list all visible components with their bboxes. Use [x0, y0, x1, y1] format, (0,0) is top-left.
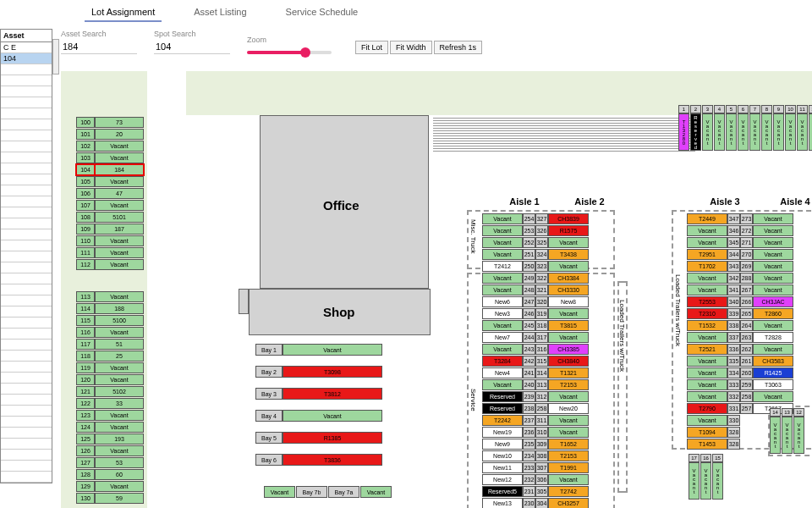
- aisle-spot[interactable]: Vacant: [687, 237, 727, 248]
- aisle-spot[interactable]: T3438: [548, 249, 589, 260]
- spot-num[interactable]: 108: [76, 212, 95, 223]
- top-spot[interactable]: Vacant: [761, 113, 772, 151]
- sidebar-row[interactable]: [1, 251, 52, 262]
- aisle-spot[interactable]: T1321: [548, 367, 589, 378]
- sidebar-row[interactable]: [1, 152, 52, 163]
- aisle-spot[interactable]: Vacant: [482, 284, 523, 295]
- aisle-spot[interactable]: Vacant: [753, 284, 793, 295]
- aisle-spot[interactable]: Vacant: [753, 273, 793, 284]
- spot-asset[interactable]: 59: [95, 493, 144, 504]
- spot-num[interactable]: 104: [76, 164, 95, 175]
- aisle-spot[interactable]: New8: [548, 296, 589, 307]
- bottom-bay[interactable]: Bay 7b: [296, 486, 327, 498]
- aisle-spot[interactable]: Vacant: [753, 213, 793, 224]
- sidebar-row[interactable]: [1, 450, 52, 461]
- aisle-spot[interactable]: Vacant: [482, 213, 523, 224]
- sidebar-row[interactable]: [1, 428, 52, 439]
- tab-asset[interactable]: Asset Listing: [187, 3, 253, 22]
- sidebar-row[interactable]: [1, 218, 52, 229]
- aisle-spot[interactable]: T1991: [548, 462, 589, 473]
- aisle-spot[interactable]: T2790: [687, 403, 727, 414]
- sidebar-row[interactable]: [1, 439, 52, 450]
- spot-num[interactable]: 122: [76, 398, 95, 409]
- sidebar-row[interactable]: [1, 97, 52, 108]
- spot-asset[interactable]: 188: [95, 303, 144, 314]
- spot-asset[interactable]: Vacant: [95, 291, 144, 302]
- spot-asset[interactable]: Vacant: [95, 362, 144, 373]
- aisle-spot[interactable]: T1702: [687, 261, 727, 272]
- spot-num[interactable]: 109: [76, 224, 95, 235]
- aisle-spot[interactable]: T2310: [687, 308, 727, 319]
- top-spot[interactable]: Vacant: [797, 113, 808, 151]
- aisle-spot[interactable]: T3284: [482, 356, 523, 367]
- sidebar-row[interactable]: [1, 318, 52, 329]
- spot-num[interactable]: 112: [76, 259, 95, 270]
- sidebar-row[interactable]: [1, 384, 52, 395]
- aisle-spot[interactable]: Vacant: [753, 261, 793, 272]
- aisle-spot[interactable]: CH3583: [753, 356, 793, 367]
- spot-num[interactable]: 111: [76, 247, 95, 258]
- sidebar-row[interactable]: [1, 75, 52, 86]
- spot-num[interactable]: 102: [76, 141, 95, 152]
- spot-asset[interactable]: Vacant: [95, 410, 144, 421]
- top-spot[interactable]: Vacant: [785, 113, 796, 151]
- top-spot[interactable]: Reserved: [690, 113, 701, 151]
- aisle-spot[interactable]: New9: [482, 439, 523, 450]
- bottom-bay[interactable]: Bay 7a: [328, 486, 359, 498]
- aisle-spot[interactable]: New7: [482, 332, 523, 343]
- bay-spot[interactable]: Vacant: [283, 410, 382, 422]
- bot-spot[interactable]: Vacant: [712, 462, 723, 500]
- aisle-spot[interactable]: T2153: [548, 379, 589, 390]
- sidebar-row[interactable]: [1, 119, 52, 130]
- aisle-spot[interactable]: New12: [482, 474, 523, 485]
- top-spot[interactable]: T13280: [678, 113, 689, 151]
- spot-asset[interactable]: 184: [95, 164, 144, 175]
- sidebar-row[interactable]: [1, 185, 52, 196]
- spot-num[interactable]: 115: [76, 315, 95, 326]
- sidebar-handle[interactable]: [52, 39, 59, 75]
- spot-num[interactable]: 110: [76, 235, 95, 246]
- spot-asset[interactable]: 5102: [95, 386, 144, 397]
- sidebar-row[interactable]: C E: [1, 42, 52, 53]
- sidebar-row[interactable]: [1, 406, 52, 417]
- spot-num[interactable]: 100: [76, 117, 95, 128]
- aisle-spot[interactable]: T2828: [753, 332, 793, 343]
- aisle-spot[interactable]: Vacant: [687, 332, 727, 343]
- spot-asset[interactable]: Vacant: [95, 445, 144, 456]
- aisle-spot[interactable]: Vacant: [548, 391, 589, 402]
- aisle-spot[interactable]: Vacant: [548, 332, 589, 343]
- aisle-spot[interactable]: New10: [482, 450, 523, 461]
- sidebar-row[interactable]: [1, 229, 52, 240]
- spot-asset[interactable]: 53: [95, 457, 144, 468]
- aisle-spot[interactable]: Vacant: [482, 273, 523, 284]
- aisle-spot[interactable]: Vacant: [687, 415, 727, 426]
- spot-num[interactable]: 117: [76, 339, 95, 350]
- spot-asset[interactable]: Vacant: [95, 176, 144, 187]
- tab-lot[interactable]: Lot Assignment: [85, 3, 162, 22]
- aisle-spot[interactable]: Vacant: [687, 356, 727, 367]
- bot-spot[interactable]: Vacant: [770, 417, 781, 454]
- sidebar-row[interactable]: [1, 373, 52, 384]
- spot-num[interactable]: 128: [76, 469, 95, 480]
- aisle-spot[interactable]: Reserved5: [482, 486, 523, 497]
- aisle-spot[interactable]: CH3839: [548, 213, 589, 224]
- spot-num[interactable]: 125: [76, 433, 95, 444]
- aisle-spot[interactable]: New13: [482, 498, 523, 508]
- spot-asset[interactable]: 5101: [95, 212, 144, 223]
- aisle-spot[interactable]: Vacant: [548, 308, 589, 319]
- bot-spot[interactable]: Vacant: [782, 417, 793, 454]
- spot-num[interactable]: 107: [76, 200, 95, 211]
- bay-spot[interactable]: T3812: [283, 388, 382, 400]
- spot-num[interactable]: 127: [76, 457, 95, 468]
- sidebar-row[interactable]: [1, 461, 52, 472]
- sidebar-row[interactable]: [1, 207, 52, 218]
- spot-asset[interactable]: Vacant: [95, 141, 144, 152]
- aisle-spot[interactable]: Vacant: [548, 474, 589, 485]
- sidebar-row[interactable]: [1, 174, 52, 185]
- aisle-spot[interactable]: Vacant: [482, 249, 523, 260]
- asset-search-input[interactable]: [61, 40, 137, 54]
- bot-spot[interactable]: Vacant: [793, 417, 804, 454]
- top-spot[interactable]: Vacant: [726, 113, 737, 151]
- aisle-spot[interactable]: Vacant: [687, 225, 727, 236]
- sidebar-row[interactable]: [1, 262, 52, 273]
